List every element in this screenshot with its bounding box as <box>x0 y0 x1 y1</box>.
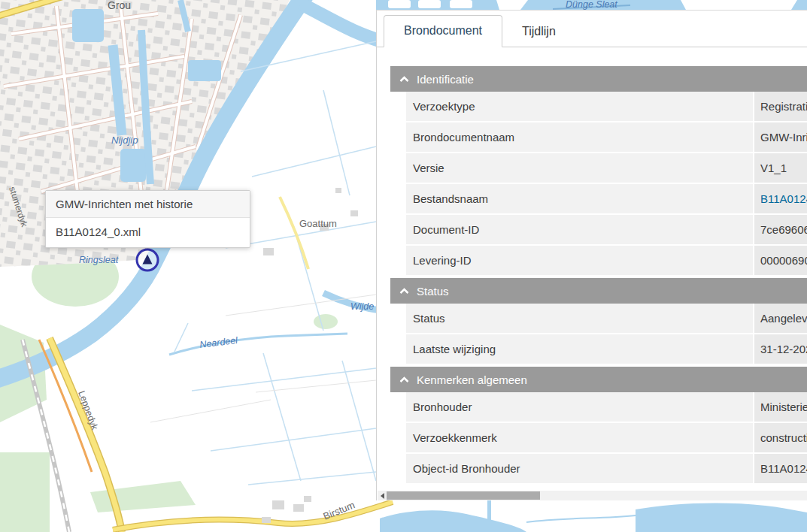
chevron-up-icon <box>399 288 409 295</box>
horizontal-scrollbar[interactable] <box>378 491 807 500</box>
field-value: Registratie <box>754 92 807 121</box>
field-label: Verzoektype <box>406 92 753 121</box>
section-header-status[interactable]: Status <box>390 278 807 304</box>
field-label: Versie <box>406 153 753 183</box>
map-label-nijdjip: Nijdjip <box>111 135 138 146</box>
table-row: Object-id Bronhouder B11A0124 <box>406 454 807 483</box>
detail-panel: Brondocument Tijdlijn Identificatie Verz… <box>376 10 807 500</box>
table-row: Verzoektype Registratie <box>406 92 807 121</box>
field-label: Brondocumentnaam <box>406 122 753 152</box>
field-label: Verzoekkenmerk <box>406 423 753 452</box>
section-title: Identificatie <box>417 73 474 86</box>
table-row: Bronhouder Ministerie <box>406 392 807 422</box>
field-value: Ministerie <box>754 392 807 422</box>
panel-content: Identificatie Verzoektype Registratie Br… <box>377 66 807 483</box>
field-value: constructie <box>754 423 807 452</box>
map-label-wijde: Wijde <box>350 301 374 312</box>
popup-title: GMW-Inrichten met historie <box>46 191 250 218</box>
field-value: Aangeleverd <box>754 304 807 333</box>
map-label-dunge-sleat: Dünge Sleat <box>566 0 617 10</box>
field-value: 31-12-2021 <box>754 334 807 364</box>
map-label-grou: Grou <box>108 0 131 11</box>
field-label: Document-ID <box>406 215 753 244</box>
table-row: Brondocumentnaam GMW-Inrichten met histo… <box>406 122 807 152</box>
map-popup: GMW-Inrichten met historie B11A0124_0.xm… <box>45 190 250 248</box>
field-value: 7ce69606e <box>754 215 807 244</box>
scrollbar-thumb[interactable] <box>387 491 540 500</box>
gmw-marker-icon[interactable] <box>137 249 158 271</box>
field-value: V1_1 <box>754 153 807 183</box>
table-row: Verzoekkenmerk constructie <box>406 423 807 452</box>
table-row: Status Aangeleverd <box>406 304 807 333</box>
field-label: Laatste wijziging <box>406 334 753 364</box>
field-label: Status <box>406 304 753 333</box>
field-label: Bestandsnaam <box>406 184 753 213</box>
field-label: Object-id Bronhouder <box>406 454 753 483</box>
map-label-ringsleat: Ringsleat <box>79 255 119 265</box>
popup-filename: B11A0124_0.xml <box>46 218 250 247</box>
table-row: Bestandsnaam B11A0124_0.xml <box>406 184 807 213</box>
section-header-identificatie[interactable]: Identificatie <box>390 66 807 92</box>
chevron-up-icon <box>399 76 409 83</box>
tab-brondocument[interactable]: Brondocument <box>384 15 502 47</box>
section-title: Kenmerken algemeen <box>417 373 527 386</box>
tab-bar: Brondocument Tijdlijn <box>377 11 807 47</box>
field-value: 00000690 <box>754 246 807 275</box>
field-value: GMW-Inrichten met historie <box>754 122 807 152</box>
file-download-link[interactable]: B11A0124_0.xml <box>754 184 807 213</box>
scroll-left-arrow-icon[interactable] <box>378 491 387 500</box>
table-row: Levering-ID 00000690 <box>406 246 807 275</box>
table-row: Versie V1_1 <box>406 153 807 183</box>
tab-tijdlijn[interactable]: Tijdlijn <box>502 17 575 47</box>
field-value: B11A0124 <box>754 454 807 483</box>
chevron-up-icon <box>399 376 409 383</box>
table-row: Document-ID 7ce69606e <box>406 215 807 244</box>
section-title: Status <box>417 285 449 298</box>
map-label-goattum: Goattum <box>299 218 337 229</box>
table-row: Laatste wijziging 31-12-2021 <box>406 334 807 364</box>
section-header-kenmerken-algemeen[interactable]: Kenmerken algemeen <box>390 367 807 392</box>
field-label: Levering-ID <box>406 246 753 275</box>
field-label: Bronhouder <box>406 392 753 422</box>
